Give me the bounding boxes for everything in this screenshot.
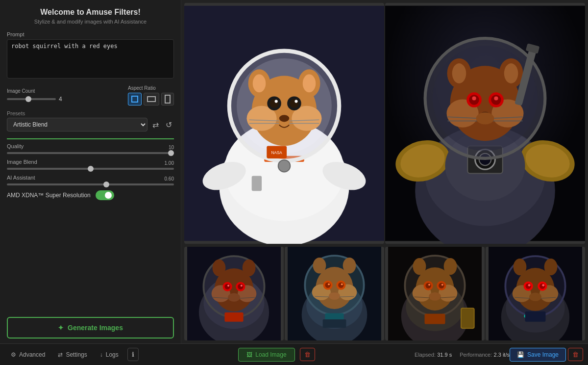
xdna-toggle[interactable] xyxy=(96,190,114,200)
svg-point-118 xyxy=(441,284,443,286)
right-panel: NASA xyxy=(181,0,588,343)
presets-label: Presets xyxy=(7,110,174,116)
svg-point-121 xyxy=(413,258,426,275)
logs-icon: ↓ xyxy=(100,351,103,358)
aspect-ratio-label: Aspect Ratio xyxy=(128,85,174,91)
settings-button[interactable]: ⇄ Settings xyxy=(52,348,93,361)
svg-rect-29 xyxy=(252,176,262,191)
svg-point-97 xyxy=(341,283,343,285)
svg-point-18 xyxy=(290,99,298,108)
save-icon: 💾 xyxy=(517,351,524,358)
left-panel: Welcome to Amuse Filters! Stylize & and … xyxy=(0,0,181,343)
svg-point-142 xyxy=(529,293,541,301)
advanced-button[interactable]: ⚙ Advanced xyxy=(5,348,51,361)
svg-point-143 xyxy=(514,259,527,275)
aspect-square-btn[interactable] xyxy=(128,93,142,105)
svg-point-140 xyxy=(542,284,544,287)
svg-rect-124 xyxy=(462,309,474,328)
elapsed-value: 31.9 s xyxy=(437,352,452,358)
image-top-left[interactable]: NASA xyxy=(184,3,384,244)
bottom-images-row xyxy=(181,245,588,343)
svg-point-19 xyxy=(275,100,278,103)
save-image-button[interactable]: 💾 Save Image xyxy=(510,348,566,362)
svg-point-99 xyxy=(329,292,340,300)
advanced-label: Advanced xyxy=(19,351,45,358)
delete-saved-button[interactable]: 🗑 xyxy=(568,348,583,361)
svg-point-76 xyxy=(227,285,229,287)
svg-point-47 xyxy=(452,63,466,83)
load-image-button[interactable]: 🖼 Load Image xyxy=(238,348,294,362)
settings-icon: ⇄ xyxy=(58,351,63,358)
top-images-row: NASA xyxy=(181,0,588,245)
save-image-label: Save Image xyxy=(527,351,559,358)
image-top-right[interactable] xyxy=(385,3,585,244)
svg-point-81 xyxy=(243,260,256,276)
green-underline xyxy=(7,138,174,139)
image-blend-value: 1.00 xyxy=(165,160,174,166)
svg-point-20 xyxy=(294,100,297,103)
quality-value: 10 xyxy=(169,145,174,150)
quality-slider[interactable] xyxy=(7,152,174,154)
svg-point-95 xyxy=(338,283,343,288)
logs-button[interactable]: ↓ Logs xyxy=(94,348,124,361)
image-count-slider[interactable] xyxy=(7,98,56,100)
svg-point-116 xyxy=(439,283,444,288)
svg-rect-125 xyxy=(424,314,445,324)
svg-point-75 xyxy=(238,284,243,289)
generate-label: Generate Images xyxy=(68,324,123,332)
image-bottom-2[interactable] xyxy=(285,247,384,340)
svg-point-77 xyxy=(241,285,243,287)
shuffle-btn[interactable]: ⇄ xyxy=(150,119,161,130)
aspect-square-icon xyxy=(131,96,138,103)
elapsed-label: Elapsed: xyxy=(415,352,436,358)
ai-assistant-slider[interactable] xyxy=(7,183,174,185)
advanced-icon: ⚙ xyxy=(11,351,16,358)
image-bottom-3[interactable] xyxy=(385,247,485,340)
bottom-center-controls: 🖼 Load Image 🗑 xyxy=(139,348,415,362)
generate-images-button[interactable]: ✦ Generate Images xyxy=(7,317,174,339)
trash-icon: 🗑 xyxy=(304,351,311,358)
svg-point-62 xyxy=(476,112,494,124)
svg-point-94 xyxy=(325,283,330,288)
svg-point-122 xyxy=(444,258,457,275)
svg-rect-148 xyxy=(525,312,545,322)
svg-point-115 xyxy=(425,283,431,288)
aspect-landscape-btn[interactable] xyxy=(144,93,159,105)
image-bottom-1[interactable] xyxy=(184,247,284,340)
quality-label: Quality xyxy=(7,143,24,149)
svg-text:NASA: NASA xyxy=(271,151,283,155)
performance-info: Elapsed: 31.9 s Performance: 2.3 it/s xyxy=(415,351,510,358)
performance-label: Performance: xyxy=(460,352,492,358)
image-blend-label: Image Blend xyxy=(7,159,37,165)
svg-point-11 xyxy=(253,75,266,93)
refresh-btn[interactable]: ↺ xyxy=(164,119,174,130)
settings-label: Settings xyxy=(66,351,87,358)
image-blend-slider[interactable] xyxy=(7,168,174,170)
image-bottom-4[interactable] xyxy=(486,247,585,340)
svg-point-56 xyxy=(494,96,498,100)
aspect-portrait-btn[interactable] xyxy=(161,93,174,105)
bottom-left-buttons: ⚙ Advanced ⇄ Settings ↓ Logs ℹ xyxy=(5,348,139,361)
info-button[interactable]: ℹ xyxy=(127,348,139,361)
ai-assistant-label: AI Assistant xyxy=(7,175,35,181)
svg-point-100 xyxy=(313,258,326,273)
prompt-input[interactable]: robot squirrel with a red eyes xyxy=(7,39,174,78)
svg-point-17 xyxy=(270,99,278,108)
svg-point-80 xyxy=(213,260,226,276)
xdna-label: AMD XDNA™ Super Resolution xyxy=(7,192,91,199)
svg-point-28 xyxy=(278,160,290,172)
svg-point-138 xyxy=(539,283,545,288)
app-subtitle: Stylize & and modify images with AI Assi… xyxy=(7,19,174,25)
prompt-label: Prompt xyxy=(7,31,174,37)
presets-select[interactable]: Artistic Blend Photorealistic Sketch xyxy=(7,118,147,131)
svg-point-79 xyxy=(228,293,240,302)
svg-point-144 xyxy=(544,259,558,275)
svg-point-117 xyxy=(428,284,430,286)
bottom-bar: ⚙ Advanced ⇄ Settings ↓ Logs ℹ 🖼 Load Im… xyxy=(0,343,588,365)
delete-image-button[interactable]: 🗑 xyxy=(300,348,315,361)
image-count-value: 4 xyxy=(59,96,62,103)
images-grid: NASA xyxy=(181,0,588,343)
svg-rect-82 xyxy=(224,313,243,322)
svg-point-55 xyxy=(472,96,476,100)
ai-assistant-value: 0.60 xyxy=(165,176,174,182)
